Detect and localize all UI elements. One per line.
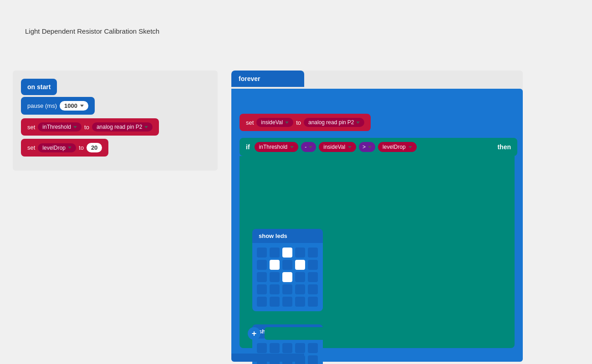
var3-arrow xyxy=(408,146,412,148)
led-cell-1-20[interactable] xyxy=(257,297,267,307)
set-to-2: to xyxy=(79,144,84,151)
insideval-var[interactable]: insideVal xyxy=(256,118,293,127)
led-cell-1-4[interactable] xyxy=(308,248,318,258)
condition-var1[interactable]: inThreshold xyxy=(255,142,299,152)
led-cell-1-1[interactable] xyxy=(270,248,280,258)
led-cell-1-19[interactable] xyxy=(308,284,318,294)
led-cell-1-3[interactable] xyxy=(295,248,305,258)
led-cell-1-22[interactable] xyxy=(282,297,292,307)
set-to-1: to xyxy=(84,124,89,131)
led-cell-1-7[interactable] xyxy=(282,260,292,270)
set-leveldrop-block[interactable]: set levelDrop to 20 xyxy=(21,139,108,157)
led-cell-1-17[interactable] xyxy=(282,284,292,294)
led-cell-2-2[interactable] xyxy=(282,343,292,353)
pause-label: pause (ms) xyxy=(27,102,57,109)
led-cell-2-0[interactable] xyxy=(257,343,267,353)
set-label-1: set xyxy=(27,124,35,131)
led-cell-1-15[interactable] xyxy=(257,284,267,294)
led-cell-1-6[interactable] xyxy=(270,260,280,270)
gt-operator[interactable]: > xyxy=(359,142,375,152)
gt-arrow xyxy=(368,146,372,148)
analog-arrow-inside xyxy=(356,121,360,124)
if-body: show leds show leds + xyxy=(240,156,515,348)
add-block-button[interactable]: + xyxy=(248,327,260,340)
show-leds-block-1[interactable]: show leds xyxy=(252,229,323,311)
led-cell-1-18[interactable] xyxy=(295,284,305,294)
set-insideval-block[interactable]: set insideVal to analog read pin P2 xyxy=(240,114,371,131)
condition-var3[interactable]: levelDrop xyxy=(378,142,417,152)
led-cell-1-10[interactable] xyxy=(257,272,267,282)
led-grid-1 xyxy=(252,243,323,311)
on-start-label: on start xyxy=(27,83,51,91)
pause-value[interactable]: 1000 xyxy=(60,101,88,111)
set-inside-to: to xyxy=(296,119,301,126)
page-title: Light Dependent Resistor Calibration Ske… xyxy=(25,27,159,35)
led-cell-1-11[interactable] xyxy=(270,272,280,282)
forever-container: forever set insideVal to analog read pin… xyxy=(231,71,523,362)
leveldrop-var[interactable]: levelDrop xyxy=(38,143,76,152)
forever-body: set insideVal to analog read pin P2 if i… xyxy=(231,89,523,362)
pause-block[interactable]: pause (ms) 1000 xyxy=(21,97,95,115)
forever-bottom-cap xyxy=(231,354,304,362)
led-cell-2-9[interactable] xyxy=(308,355,318,364)
var1-arrow xyxy=(290,146,294,148)
led-cell-1-21[interactable] xyxy=(270,297,280,307)
minus-operator[interactable]: - xyxy=(301,142,316,152)
leveldrop-value[interactable]: 20 xyxy=(87,143,102,152)
led-cell-1-23[interactable] xyxy=(295,297,305,307)
led-cell-1-16[interactable] xyxy=(270,284,280,294)
led-cell-1-2[interactable] xyxy=(282,248,292,258)
add-block-row xyxy=(265,327,506,340)
set-inthreshold-block[interactable]: set inThreshold to analog read pin P2 xyxy=(21,118,159,136)
led-cell-1-12[interactable] xyxy=(282,272,292,282)
led-cell-1-8[interactable] xyxy=(295,260,305,270)
set-label-2: set xyxy=(27,144,35,151)
led-cell-1-0[interactable] xyxy=(257,248,267,258)
inthreshold-var[interactable]: inThreshold xyxy=(38,122,82,131)
if-label: if xyxy=(246,143,250,151)
analog-read-inside[interactable]: analog read pin P2 xyxy=(304,118,364,127)
on-start-block[interactable]: on start xyxy=(21,79,57,95)
led-cell-1-24[interactable] xyxy=(308,297,318,307)
set-inside-label: set xyxy=(246,119,254,126)
var2-arrow xyxy=(348,146,352,148)
led-cell-1-9[interactable] xyxy=(308,260,318,270)
analog-arrow-1 xyxy=(144,126,148,128)
led-cell-2-4[interactable] xyxy=(308,343,318,353)
then-label: then xyxy=(497,143,511,151)
led-cell-1-5[interactable] xyxy=(257,260,267,270)
condition-var2[interactable]: insideVal xyxy=(319,142,356,152)
led-cell-2-1[interactable] xyxy=(270,343,280,353)
led-cell-2-3[interactable] xyxy=(295,343,305,353)
led-cell-1-14[interactable] xyxy=(308,272,318,282)
if-block[interactable]: if inThreshold - insideVal > levelDrop xyxy=(240,138,517,156)
leveldrop-arrow xyxy=(68,147,71,149)
forever-block[interactable]: forever xyxy=(231,71,304,87)
on-start-container: on start pause (ms) 1000 set inThreshold… xyxy=(13,71,218,171)
analog-read-1[interactable]: analog read pin P2 xyxy=(92,122,153,131)
minus-arrow xyxy=(309,146,312,148)
insideval-arrow xyxy=(285,121,289,124)
show-leds-header-1: show leds xyxy=(252,229,323,243)
led-grid-cells-1 xyxy=(257,248,318,307)
led-cell-1-13[interactable] xyxy=(295,272,305,282)
pause-dropdown-arrow xyxy=(80,105,84,107)
inthreshold-arrow xyxy=(73,126,77,128)
forever-label: forever xyxy=(239,75,260,82)
